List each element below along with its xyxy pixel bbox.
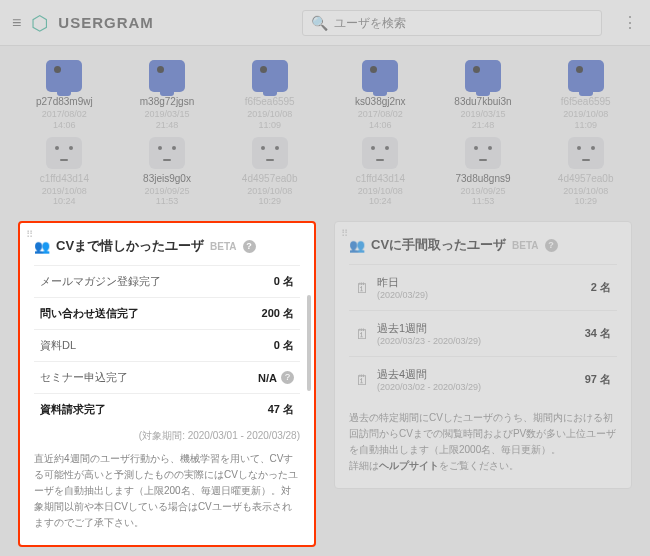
user-card[interactable]: f6f5ea65952019/10/08 11:09 bbox=[223, 60, 316, 131]
panel-title: CVに手間取ったユーザ bbox=[371, 236, 506, 254]
device-icon bbox=[568, 60, 604, 92]
slow-cv-panel: ⠿ 👥 CVに手間取ったユーザ BETA ? 🗓昨日(2020/03/29)2 … bbox=[334, 221, 632, 489]
more-icon[interactable]: ⋮ bbox=[622, 13, 638, 32]
user-grid-left: p27d83m9wj2017/08/02 14:06m38g72jgsn2019… bbox=[18, 60, 316, 207]
user-date: 2019/03/15 21:48 bbox=[121, 109, 214, 131]
search-input[interactable] bbox=[334, 16, 593, 30]
stat-label: 問い合わせ送信完了 bbox=[40, 306, 139, 321]
user-card[interactable]: ks038gj2nx2017/08/02 14:06 bbox=[334, 60, 427, 131]
stat-row[interactable]: 問い合わせ送信完了200 名 bbox=[34, 297, 300, 329]
app-header: ≡ ⬡ USERGRAM 🔍 ⋮ bbox=[0, 0, 650, 46]
device-icon bbox=[362, 60, 398, 92]
brand-name: USERGRAM bbox=[58, 14, 154, 31]
face-icon bbox=[46, 137, 82, 169]
range-value: 2 名 bbox=[591, 280, 611, 295]
face-icon bbox=[362, 137, 398, 169]
device-icon bbox=[465, 60, 501, 92]
user-card[interactable]: 4d4957ea0b2019/10/08 10:29 bbox=[539, 137, 632, 208]
user-date: 2017/08/02 14:06 bbox=[334, 109, 427, 131]
user-date: 2019/10/08 11:09 bbox=[223, 109, 316, 131]
user-name: c1ffd43d14 bbox=[334, 173, 427, 184]
beta-badge: BETA bbox=[512, 240, 538, 251]
drag-handle-icon[interactable]: ⠿ bbox=[341, 228, 348, 239]
face-icon bbox=[149, 137, 185, 169]
drag-handle-icon[interactable]: ⠿ bbox=[26, 229, 33, 240]
user-name: p27d83m9wj bbox=[18, 96, 111, 107]
user-date: 2019/10/08 11:09 bbox=[539, 109, 632, 131]
panel-description: 過去の特定期間にCVしたユーザのうち、期間内における初回訪問からCVまでの閲覧時… bbox=[349, 410, 617, 474]
period-label: (対象期間: 2020/03/01 - 2020/03/28) bbox=[34, 429, 300, 443]
user-card[interactable]: 4d4957ea0b2019/10/08 10:29 bbox=[223, 137, 316, 208]
user-card[interactable]: p27d83m9wj2017/08/02 14:06 bbox=[18, 60, 111, 131]
help-icon[interactable]: ? bbox=[281, 371, 294, 384]
user-name: 4d4957ea0b bbox=[223, 173, 316, 184]
user-card[interactable]: c1ffd43d142019/10/08 10:24 bbox=[334, 137, 427, 208]
user-name: f6f5ea6595 bbox=[223, 96, 316, 107]
stat-row[interactable]: 資料DL0 名 bbox=[34, 329, 300, 361]
stat-label: セミナー申込完了 bbox=[40, 370, 128, 385]
range-sub: (2020/03/02 - 2020/03/29) bbox=[377, 382, 481, 392]
user-name: m38g72jgsn bbox=[121, 96, 214, 107]
calendar-icon: 🗓 bbox=[355, 372, 369, 388]
stat-row[interactable]: 資料請求完了47 名 bbox=[34, 393, 300, 425]
stat-row[interactable]: セミナー申込完了N/A? bbox=[34, 361, 300, 393]
hamburger-icon[interactable]: ≡ bbox=[12, 14, 21, 32]
user-name: 83du7kbui3n bbox=[437, 96, 530, 107]
user-grid-right: ks038gj2nx2017/08/02 14:0683du7kbui3n201… bbox=[334, 60, 632, 207]
range-row[interactable]: 🗓過去1週間(2020/03/23 - 2020/03/29)34 名 bbox=[349, 310, 617, 356]
device-icon bbox=[149, 60, 185, 92]
user-name: 73d8u8gns9 bbox=[437, 173, 530, 184]
user-date: 2019/10/08 10:24 bbox=[334, 186, 427, 208]
help-link[interactable]: ヘルプサイト bbox=[379, 460, 439, 471]
user-card[interactable]: 73d8u8gns92019/09/25 11:53 bbox=[437, 137, 530, 208]
near-cv-panel: ⠿ 👥 CVまで惜しかったユーザ BETA ? メールマガジン登録完了0 名問い… bbox=[18, 221, 316, 547]
stat-label: 資料請求完了 bbox=[40, 402, 106, 417]
range-value: 34 名 bbox=[585, 326, 611, 341]
help-icon[interactable]: ? bbox=[243, 240, 256, 253]
panel-title: CVまで惜しかったユーザ bbox=[56, 237, 204, 255]
user-card[interactable]: 83du7kbui3n2019/03/15 21:48 bbox=[437, 60, 530, 131]
scrollbar-thumb[interactable] bbox=[307, 295, 311, 391]
face-icon bbox=[568, 137, 604, 169]
beta-badge: BETA bbox=[210, 241, 236, 252]
help-icon[interactable]: ? bbox=[545, 239, 558, 252]
stat-label: メールマガジン登録完了 bbox=[40, 274, 161, 289]
stat-value: N/A bbox=[258, 372, 277, 384]
device-icon bbox=[46, 60, 82, 92]
stat-value: 47 名 bbox=[268, 402, 294, 417]
range-label: 昨日 bbox=[377, 275, 428, 290]
range-row[interactable]: 🗓昨日(2020/03/29)2 名 bbox=[349, 264, 617, 310]
calendar-icon: 🗓 bbox=[355, 326, 369, 342]
stat-value: 0 名 bbox=[274, 274, 294, 289]
face-icon bbox=[252, 137, 288, 169]
user-card[interactable]: f6f5ea65952019/10/08 11:09 bbox=[539, 60, 632, 131]
stat-row[interactable]: メールマガジン登録完了0 名 bbox=[34, 265, 300, 297]
user-name: ks038gj2nx bbox=[334, 96, 427, 107]
user-date: 2019/09/25 11:53 bbox=[121, 186, 214, 208]
range-sub: (2020/03/23 - 2020/03/29) bbox=[377, 336, 481, 346]
stat-label: 資料DL bbox=[40, 338, 76, 353]
user-date: 2019/03/15 21:48 bbox=[437, 109, 530, 131]
search-field[interactable]: 🔍 bbox=[302, 10, 602, 36]
user-name: 83jeis9g0x bbox=[121, 173, 214, 184]
user-date: 2019/09/25 11:53 bbox=[437, 186, 530, 208]
stat-value: 200 名 bbox=[262, 306, 294, 321]
user-card[interactable]: 83jeis9g0x2019/09/25 11:53 bbox=[121, 137, 214, 208]
user-name: f6f5ea6595 bbox=[539, 96, 632, 107]
calendar-icon: 🗓 bbox=[355, 280, 369, 296]
range-row[interactable]: 🗓過去4週間(2020/03/02 - 2020/03/29)97 名 bbox=[349, 356, 617, 402]
user-name: c1ffd43d14 bbox=[18, 173, 111, 184]
user-card[interactable]: c1ffd43d142019/10/08 10:24 bbox=[18, 137, 111, 208]
range-sub: (2020/03/29) bbox=[377, 290, 428, 300]
users-icon: 👥 bbox=[34, 239, 50, 254]
user-date: 2019/10/08 10:24 bbox=[18, 186, 111, 208]
user-date: 2017/08/02 14:06 bbox=[18, 109, 111, 131]
range-label: 過去4週間 bbox=[377, 367, 481, 382]
user-date: 2019/10/08 10:29 bbox=[223, 186, 316, 208]
logo-icon: ⬡ bbox=[31, 11, 48, 35]
face-icon bbox=[465, 137, 501, 169]
device-icon bbox=[252, 60, 288, 92]
user-card[interactable]: m38g72jgsn2019/03/15 21:48 bbox=[121, 60, 214, 131]
panel-description: 直近約4週間のユーザ行動から、機械学習を用いて、CVする可能性が高いと予測したも… bbox=[34, 451, 300, 531]
range-value: 97 名 bbox=[585, 372, 611, 387]
